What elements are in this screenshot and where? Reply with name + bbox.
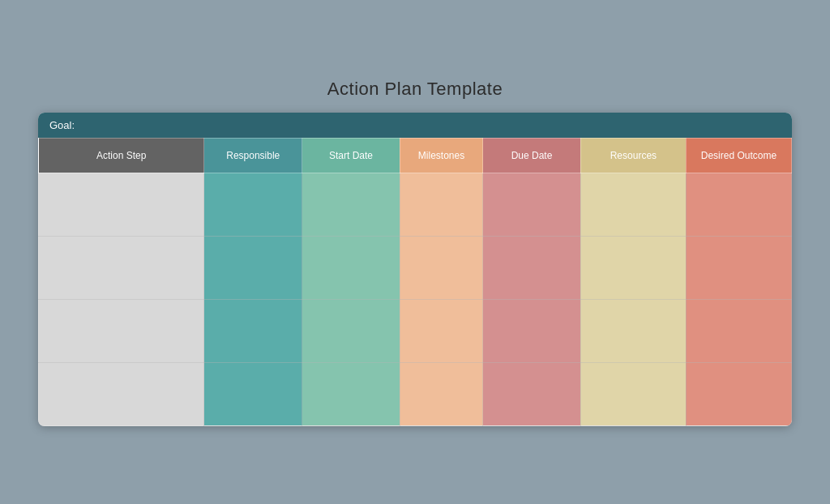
cell-desired-outcome-row-3[interactable] xyxy=(686,362,791,425)
cell-action-step-row-2[interactable] xyxy=(39,299,204,362)
table-row xyxy=(39,362,792,425)
cell-resources-row-0[interactable] xyxy=(580,173,686,236)
cell-start-date-row-2[interactable] xyxy=(302,299,400,362)
col-header-action-step: Action Step xyxy=(39,138,204,173)
cell-responsible-row-1[interactable] xyxy=(204,236,302,299)
col-header-desired-outcome: Desired Outcome xyxy=(686,138,791,173)
col-header-milestones: Milestones xyxy=(400,138,482,173)
cell-due-date-row-0[interactable] xyxy=(483,173,581,236)
goal-bar: Goal: xyxy=(38,113,792,138)
cell-milestones-row-1[interactable] xyxy=(400,236,482,299)
cell-responsible-row-2[interactable] xyxy=(204,299,302,362)
cell-start-date-row-0[interactable] xyxy=(302,173,400,236)
page-title: Action Plan Template xyxy=(327,79,503,100)
cell-responsible-row-3[interactable] xyxy=(204,362,302,425)
col-header-start-date: Start Date xyxy=(302,138,400,173)
cell-due-date-row-1[interactable] xyxy=(483,236,581,299)
cell-due-date-row-3[interactable] xyxy=(483,362,581,425)
action-plan-table: Action StepResponsibleStart DateMileston… xyxy=(38,138,792,426)
cell-action-step-row-0[interactable] xyxy=(39,173,204,236)
cell-desired-outcome-row-0[interactable] xyxy=(686,173,791,236)
col-header-responsible: Responsible xyxy=(204,138,302,173)
cell-start-date-row-1[interactable] xyxy=(302,236,400,299)
cell-desired-outcome-row-2[interactable] xyxy=(686,299,791,362)
cell-resources-row-3[interactable] xyxy=(580,362,686,425)
cell-start-date-row-3[interactable] xyxy=(302,362,400,425)
table-row xyxy=(39,173,792,236)
page-wrapper: Action Plan Template Goal: Action StepRe… xyxy=(0,0,830,504)
table-container: Goal: Action StepResponsibleStart DateMi… xyxy=(38,113,792,426)
table-row xyxy=(39,236,792,299)
col-header-resources: Resources xyxy=(580,138,686,173)
cell-resources-row-2[interactable] xyxy=(580,299,686,362)
cell-action-step-row-3[interactable] xyxy=(39,362,204,425)
cell-milestones-row-3[interactable] xyxy=(400,362,482,425)
cell-responsible-row-0[interactable] xyxy=(204,173,302,236)
cell-due-date-row-2[interactable] xyxy=(483,299,581,362)
cell-milestones-row-2[interactable] xyxy=(400,299,482,362)
cell-resources-row-1[interactable] xyxy=(580,236,686,299)
table-row xyxy=(39,299,792,362)
cell-milestones-row-0[interactable] xyxy=(400,173,482,236)
cell-desired-outcome-row-1[interactable] xyxy=(686,236,791,299)
cell-action-step-row-1[interactable] xyxy=(39,236,204,299)
col-header-due-date: Due Date xyxy=(483,138,581,173)
